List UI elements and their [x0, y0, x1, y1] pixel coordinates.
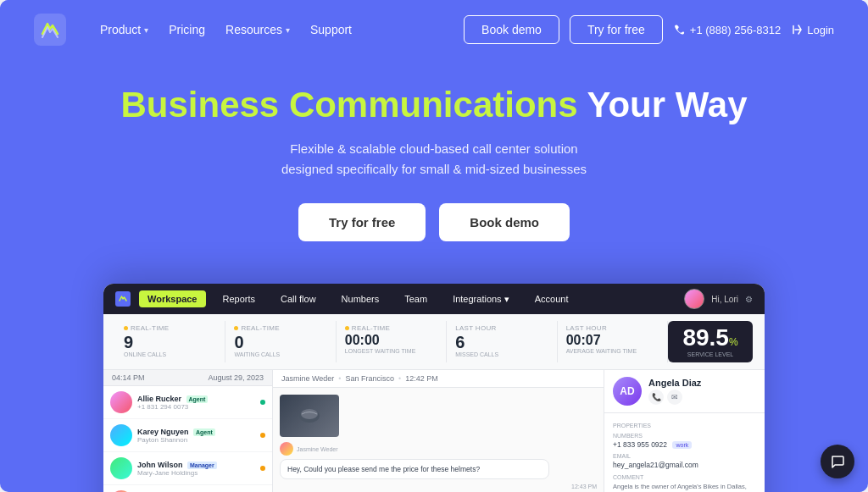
chat-meta-sent: 12:43 PM — [280, 484, 597, 489]
app-topbar: Workspace Reports Call flow Numbers Team… — [103, 284, 765, 314]
call-entry[interactable]: Karey Nguyen Agent Payton Shannon — [103, 419, 272, 452]
hero-title: Business Communications Your Way — [17, 85, 851, 125]
nav-actions: Book demo Try for free +1 (888) 256-8312… — [464, 15, 834, 44]
stat-waiting-calls: Real-time 0 WAITING CALLS — [225, 321, 336, 362]
book-demo-button[interactable]: Book demo — [464, 15, 559, 44]
nav-resources[interactable]: Resources ▾ — [217, 18, 298, 41]
app-main: 04:14 PM August 29, 2023 Allie Rucker Ag… — [103, 370, 765, 492]
resources-chevron-icon: ▾ — [286, 25, 290, 35]
nav-links: Product ▾ Pricing Resources ▾ Support — [92, 18, 464, 41]
chat-fab-button[interactable] — [821, 445, 854, 478]
logo[interactable] — [34, 14, 66, 46]
chat-header: Jasmine Weder • San Francisco • 12:42 PM — [273, 370, 604, 388]
nav-pricing[interactable]: Pricing — [160, 18, 214, 41]
chat-meta: Jasmine Weder — [280, 442, 597, 456]
try-free-nav-button[interactable]: Try for free — [570, 15, 663, 44]
contact-sms-button[interactable]: ✉ — [667, 390, 682, 405]
chat-content: Jasmine Weder Hey, Could you please send… — [273, 388, 604, 492]
app-screenshot: Workspace Reports Call flow Numbers Team… — [103, 284, 765, 492]
app-settings-icon[interactable]: ⚙ — [745, 295, 753, 304]
app-user-greeting: Hi, Lori — [711, 295, 738, 304]
contact-phone-button[interactable]: 📞 — [648, 390, 664, 405]
call-entry[interactable]: Allie Rucker Agent +1 831 294 0073 — [103, 386, 272, 419]
app-logo — [115, 291, 131, 307]
avatar — [110, 391, 132, 413]
app-nav-integrations[interactable]: Integrations ▾ — [444, 290, 518, 308]
app-nav-team[interactable]: Team — [396, 290, 436, 307]
avatar — [110, 457, 132, 479]
chat-panel: Jasmine Weder • San Francisco • 12:42 PM — [273, 370, 604, 492]
stat-avg-wait: Last Hour 00:07 AVERAGE WAITING TIME — [558, 321, 668, 362]
app-nav-numbers[interactable]: Numbers — [333, 290, 388, 307]
app-nav-callflow[interactable]: Call flow — [272, 290, 325, 307]
avatar — [110, 424, 132, 446]
call-entry[interactable]: John Wilson Manager Mary-Jane Holdings — [103, 452, 272, 485]
contact-actions: 📞 ✉ — [648, 390, 701, 405]
page-wrapper: Product ▾ Pricing Resources ▾ Support Bo… — [0, 0, 868, 492]
try-free-hero-button[interactable]: Try for free — [298, 203, 426, 241]
chat-sender-avatar — [280, 442, 293, 456]
navbar: Product ▾ Pricing Resources ▾ Support Bo… — [0, 0, 868, 59]
app-user-avatar — [684, 289, 704, 309]
contact-panel: AD Angela Diaz 📞 ✉ PROPERTIES Numbers +1… — [604, 370, 765, 492]
stat-online-calls: Real-time 9 ONLINE CALLS — [115, 321, 225, 362]
stat-longest-wait: Real-time 00:00 LONGEST WAITING TIME — [337, 321, 447, 362]
book-demo-hero-button[interactable]: Book demo — [439, 203, 570, 241]
stat-service-level: 89.5 % SERVICE LEVEL — [668, 321, 753, 362]
stat-missed-calls: Last Hour 6 MISSED CALLS — [447, 321, 557, 362]
contact-header: AD Angela Diaz 📞 ✉ — [604, 370, 765, 413]
status-dot — [260, 433, 265, 438]
contact-avatar: AD — [613, 377, 642, 406]
product-chevron-icon: ▾ — [144, 25, 148, 35]
app-nav-workspace[interactable]: Workspace — [139, 290, 206, 307]
nav-support[interactable]: Support — [302, 18, 360, 41]
stats-bar: Real-time 9 ONLINE CALLS Real-time 0 WAI… — [103, 314, 765, 370]
hero-section: Business Communications Your Way Flexibl… — [0, 59, 868, 284]
status-dot — [260, 466, 265, 471]
chat-bubble-incoming: Hey, Could you please send me the price … — [280, 459, 549, 479]
app-nav-reports[interactable]: Reports — [214, 290, 264, 307]
hero-buttons: Try for free Book demo — [17, 203, 851, 241]
login-link[interactable]: Login — [791, 24, 834, 36]
status-dot — [260, 400, 265, 405]
call-list-header: 04:14 PM August 29, 2023 — [103, 370, 272, 386]
login-icon — [791, 24, 803, 36]
app-nav-account[interactable]: Account — [526, 290, 577, 307]
call-entry[interactable]: Jasmine Weder Agent Audrey Davis — [103, 485, 272, 492]
call-list-panel: 04:14 PM August 29, 2023 Allie Rucker Ag… — [103, 370, 273, 492]
phone-link[interactable]: +1 (888) 256-8312 — [673, 24, 781, 36]
svg-point-2 — [301, 409, 318, 419]
phone-icon — [673, 24, 685, 36]
product-image — [280, 395, 339, 437]
contact-properties: PROPERTIES Numbers +1 833 955 0922 work … — [604, 413, 765, 492]
app-nav-right: Hi, Lori ⚙ — [684, 289, 753, 309]
hero-subtitle: Flexible & scalable cloud-based call cen… — [17, 139, 851, 180]
nav-product[interactable]: Product ▾ — [92, 18, 157, 41]
